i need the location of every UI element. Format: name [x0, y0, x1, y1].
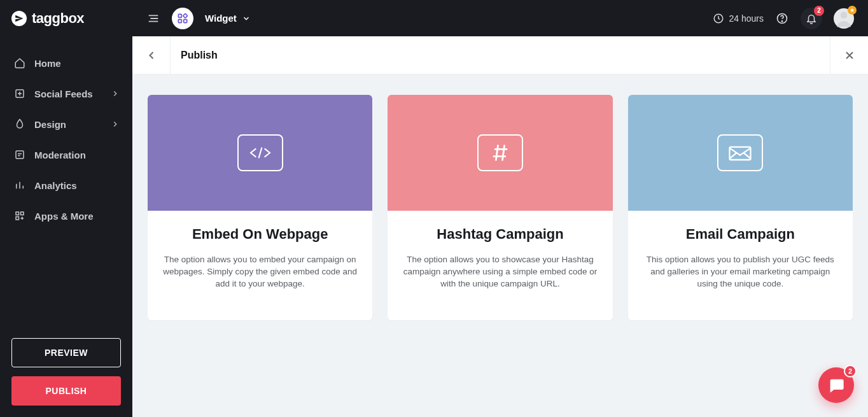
notifications-button[interactable]: 2: [801, 8, 822, 29]
sidebar-item-apps-more[interactable]: Apps & More: [0, 201, 132, 231]
svg-rect-2: [16, 212, 19, 215]
svg-rect-6: [184, 19, 187, 22]
svg-rect-5: [178, 14, 181, 17]
chat-badge: 2: [844, 365, 857, 378]
svg-rect-18: [730, 147, 751, 160]
widget-dropdown[interactable]: Widget: [205, 13, 251, 24]
time-chip[interactable]: 24 hours: [713, 13, 764, 24]
page-header: Publish: [132, 36, 868, 74]
notification-badge: 2: [814, 6, 824, 16]
sidebar-item-label: Home: [34, 58, 61, 69]
card-title: Email Campaign: [642, 226, 839, 243]
card-title: Embed On Webpage: [162, 226, 358, 243]
sidebar-item-label: Social Feeds: [34, 88, 93, 99]
card-body: Email Campaign This option allows you to…: [628, 211, 853, 290]
sidebar-item-design[interactable]: Design: [0, 109, 132, 139]
card-hero: [148, 95, 372, 211]
code-icon: [237, 134, 283, 171]
preview-button[interactable]: PREVIEW: [11, 338, 121, 367]
help-icon[interactable]: [775, 11, 789, 25]
mail-icon: [717, 134, 763, 171]
time-chip-label: 24 hours: [729, 13, 764, 24]
chevron-down-icon: [242, 14, 251, 23]
clock-icon: [713, 13, 724, 24]
sidebar-item-label: Analytics: [34, 180, 77, 191]
page-title: Publish: [171, 50, 830, 61]
chevron-right-icon: [111, 120, 120, 129]
chevron-left-icon: [145, 49, 158, 62]
card-hashtag-campaign[interactable]: Hashtag Campaign The option allows you t…: [388, 95, 612, 320]
widget-dropdown-label: Widget: [205, 13, 237, 24]
svg-rect-8: [183, 13, 188, 18]
home-icon: [14, 57, 25, 69]
card-hero: [628, 95, 853, 211]
sidebar-item-label: Apps & More: [34, 211, 94, 222]
sidebar-item-label: Design: [34, 119, 66, 130]
apps-icon: [14, 210, 25, 222]
back-button[interactable]: [132, 36, 171, 74]
avatar-star-icon: ★: [848, 6, 857, 15]
chat-icon: [827, 376, 845, 394]
drop-icon: [14, 118, 25, 130]
card-embed-webpage[interactable]: Embed On Webpage The option allows you t…: [148, 95, 372, 320]
svg-line-13: [258, 148, 262, 159]
card-desc: The option allows you to embed your camp…: [162, 254, 358, 290]
svg-line-16: [496, 145, 498, 161]
avatar[interactable]: ★: [834, 8, 854, 29]
svg-line-17: [502, 145, 504, 161]
close-button[interactable]: [830, 36, 868, 74]
sidebar-item-label: Moderation: [34, 150, 86, 160]
nav: Home Social Feeds Design Moderation: [0, 36, 132, 327]
logo[interactable]: taggbox: [0, 0, 132, 36]
close-icon: [843, 49, 856, 62]
card-body: Embed On Webpage The option allows you t…: [148, 211, 372, 290]
publish-button[interactable]: PUBLISH: [11, 376, 121, 406]
sidebar-item-home[interactable]: Home: [0, 48, 132, 78]
sidebar-item-moderation[interactable]: Moderation: [0, 139, 132, 170]
feed-icon: [14, 88, 25, 99]
topbar: Widget 24 hours 2 ★: [132, 0, 868, 36]
logo-icon: [11, 11, 27, 26]
svg-point-12: [841, 11, 848, 18]
svg-rect-1: [16, 151, 24, 159]
hash-icon: [477, 134, 523, 171]
chevron-right-icon: [111, 89, 120, 98]
moderation-icon: [14, 149, 25, 160]
analytics-icon: [14, 180, 25, 191]
card-hero: [388, 95, 612, 211]
svg-rect-3: [21, 212, 24, 215]
card-email-campaign[interactable]: Email Campaign This option allows you to…: [628, 95, 853, 320]
card-desc: The option allows you to showcase your H…: [402, 254, 598, 290]
logo-text: taggbox: [32, 10, 84, 27]
sidebar-item-social-feeds[interactable]: Social Feeds: [0, 78, 132, 109]
sidebar-item-analytics[interactable]: Analytics: [0, 170, 132, 201]
svg-point-11: [781, 20, 782, 21]
content: Embed On Webpage The option allows you t…: [132, 74, 868, 417]
sidebar-actions: PREVIEW PUBLISH: [0, 327, 132, 417]
menu-toggle-icon[interactable]: [146, 11, 160, 25]
widget-app-icon: [172, 8, 193, 29]
card-body: Hashtag Campaign The option allows you t…: [388, 211, 612, 290]
card-desc: This option allows you to publish your U…: [642, 254, 839, 290]
svg-rect-7: [178, 19, 181, 22]
svg-rect-4: [16, 217, 19, 220]
chat-button[interactable]: 2: [818, 367, 854, 403]
card-title: Hashtag Campaign: [402, 226, 598, 243]
sidebar: taggbox Home Social Feeds Design: [0, 0, 132, 417]
